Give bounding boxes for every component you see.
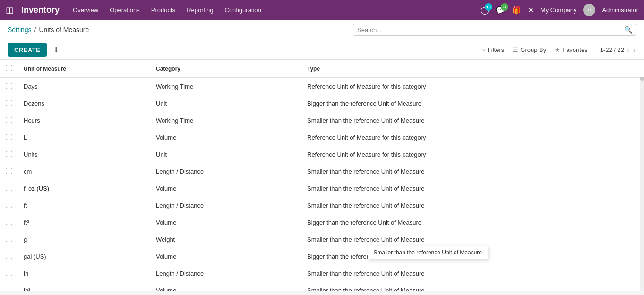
row-type: Smaller than the reference Unit of Measu… xyxy=(301,282,644,292)
row-uom[interactable]: ft xyxy=(18,197,150,214)
search-input[interactable] xyxy=(357,26,622,34)
row-checkbox[interactable] xyxy=(6,202,12,208)
row-checkbox[interactable] xyxy=(6,134,12,140)
row-uom[interactable]: gal (US) xyxy=(18,248,150,265)
search-icon: 🔍 xyxy=(624,26,632,34)
row-checkbox-cell xyxy=(0,282,18,292)
company-name[interactable]: My Company xyxy=(541,7,577,14)
row-type: Smaller than the reference Unit of Measu… xyxy=(301,112,644,129)
units-table: Unit of Measure Category Type Days Worki… xyxy=(0,60,644,291)
row-category[interactable]: Volume xyxy=(150,248,301,265)
row-type: Bigger than the reference Unit of Measur… xyxy=(301,95,644,112)
table-row[interactable]: fl oz (US) Volume Smaller than the refer… xyxy=(0,180,644,197)
clock-icon-btn[interactable]: ◯ 10 xyxy=(481,6,489,15)
row-type: Smaller than the reference Unit of Measu… xyxy=(301,265,644,282)
row-uom[interactable]: in xyxy=(18,265,150,282)
row-uom[interactable]: fl oz (US) xyxy=(18,180,150,197)
table-row[interactable]: in³ Volume Smaller than the reference Un… xyxy=(0,282,644,292)
select-all-checkbox[interactable] xyxy=(6,65,12,71)
header-category[interactable]: Category xyxy=(150,60,301,78)
pagination: 1-22 / 22 ‹ › xyxy=(600,45,636,55)
nav-operations[interactable]: Operations xyxy=(110,7,140,14)
row-type: Reference Unit of Measure for this categ… xyxy=(301,129,644,146)
row-checkbox-cell xyxy=(0,197,18,214)
pagination-next[interactable]: › xyxy=(632,45,636,55)
filters-button[interactable]: ▿ Filters xyxy=(482,46,504,53)
row-category[interactable]: Working Time xyxy=(150,112,301,129)
breadcrumb-current: Units of Measure xyxy=(39,26,89,34)
header-uom[interactable]: Unit of Measure xyxy=(18,60,150,78)
header-type[interactable]: Type xyxy=(301,60,644,78)
row-uom[interactable]: cm xyxy=(18,163,150,180)
row-category[interactable]: Volume xyxy=(150,282,301,292)
row-checkbox[interactable] xyxy=(6,83,12,89)
row-checkbox[interactable] xyxy=(6,253,12,259)
row-checkbox[interactable] xyxy=(6,270,12,276)
row-type: Bigger than the reference Unit of Measur… xyxy=(301,214,644,231)
groupby-button[interactable]: ☰ Group By xyxy=(513,46,546,53)
row-uom[interactable]: Dozens xyxy=(18,95,150,112)
row-category[interactable]: Volume xyxy=(150,214,301,231)
row-checkbox[interactable] xyxy=(6,151,12,157)
row-checkbox[interactable] xyxy=(6,185,12,191)
chat-icon-btn[interactable]: 💬 8 xyxy=(496,6,505,15)
row-uom[interactable]: g xyxy=(18,231,150,248)
table-row[interactable]: in Length / Distance Smaller than the re… xyxy=(0,265,644,282)
row-type: Smaller than the reference Unit of Measu… xyxy=(301,180,644,197)
row-checkbox[interactable] xyxy=(6,219,12,225)
close-icon[interactable]: ✕ xyxy=(528,6,534,15)
table-row[interactable]: Units Unit Reference Unit of Measure for… xyxy=(0,146,644,163)
avatar[interactable]: A xyxy=(583,4,595,16)
nav-reporting[interactable]: Reporting xyxy=(187,7,213,14)
favorites-button[interactable]: ★ Favorites xyxy=(555,46,587,53)
row-checkbox[interactable] xyxy=(6,287,12,291)
grid-icon[interactable]: ◫ xyxy=(6,5,14,15)
breadcrumb-parent[interactable]: Settings xyxy=(8,26,32,34)
row-checkbox-cell xyxy=(0,78,18,95)
table-row[interactable]: Hours Working Time Smaller than the refe… xyxy=(0,112,644,129)
pagination-prev[interactable]: ‹ xyxy=(626,45,630,55)
row-uom[interactable]: Days xyxy=(18,78,150,95)
row-uom[interactable]: ft³ xyxy=(18,214,150,231)
scrollbar-track[interactable] xyxy=(640,60,644,291)
search-bar: 🔍 xyxy=(353,24,636,36)
table-row[interactable]: gal (US) Volume Bigger than the referenc… xyxy=(0,248,644,265)
row-checkbox[interactable] xyxy=(6,100,12,106)
gift-icon[interactable]: 🎁 xyxy=(512,6,521,15)
row-category[interactable]: Weight xyxy=(150,231,301,248)
row-uom[interactable]: Units xyxy=(18,146,150,163)
row-category[interactable]: Unit xyxy=(150,146,301,163)
nav-configuration[interactable]: Configuration xyxy=(225,7,261,14)
nav-menu: Overview Operations Products Reporting C… xyxy=(73,7,473,14)
chat-badge: 8 xyxy=(501,3,508,11)
table-row[interactable]: ft³ Volume Bigger than the reference Uni… xyxy=(0,214,644,231)
table-row[interactable]: g Weight Smaller than the reference Unit… xyxy=(0,231,644,248)
row-uom[interactable]: in³ xyxy=(18,282,150,292)
row-category[interactable]: Length / Distance xyxy=(150,197,301,214)
table-row[interactable]: Days Working Time Reference Unit of Meas… xyxy=(0,78,644,95)
row-checkbox[interactable] xyxy=(6,236,12,242)
row-uom[interactable]: L xyxy=(18,129,150,146)
app-logo[interactable]: Inventory xyxy=(21,5,60,15)
row-category[interactable]: Volume xyxy=(150,180,301,197)
topnav-right-area: ◯ 10 💬 8 🎁 ✕ My Company A Administrator xyxy=(481,4,638,16)
row-type: Smaller than the reference Unit of Measu… xyxy=(301,231,644,248)
table-row[interactable]: L Volume Reference Unit of Measure for t… xyxy=(0,129,644,146)
nav-products[interactable]: Products xyxy=(151,7,175,14)
table-row[interactable]: cm Length / Distance Smaller than the re… xyxy=(0,163,644,180)
row-checkbox[interactable] xyxy=(6,117,12,123)
header-checkbox-col xyxy=(0,60,18,78)
create-button[interactable]: CREATE xyxy=(8,43,47,57)
row-category[interactable]: Length / Distance xyxy=(150,265,301,282)
row-category[interactable]: Volume xyxy=(150,129,301,146)
row-category[interactable]: Length / Distance xyxy=(150,163,301,180)
row-checkbox[interactable] xyxy=(6,168,12,174)
row-category[interactable]: Unit xyxy=(150,95,301,112)
table-row[interactable]: Dozens Unit Bigger than the reference Un… xyxy=(0,95,644,112)
nav-overview[interactable]: Overview xyxy=(73,7,98,14)
row-category[interactable]: Working Time xyxy=(150,78,301,95)
download-button[interactable]: ⬇ xyxy=(52,44,61,56)
filter-area: ▿ Filters ☰ Group By ★ Favorites xyxy=(482,46,588,53)
table-row[interactable]: ft Length / Distance Smaller than the re… xyxy=(0,197,644,214)
row-uom[interactable]: Hours xyxy=(18,112,150,129)
